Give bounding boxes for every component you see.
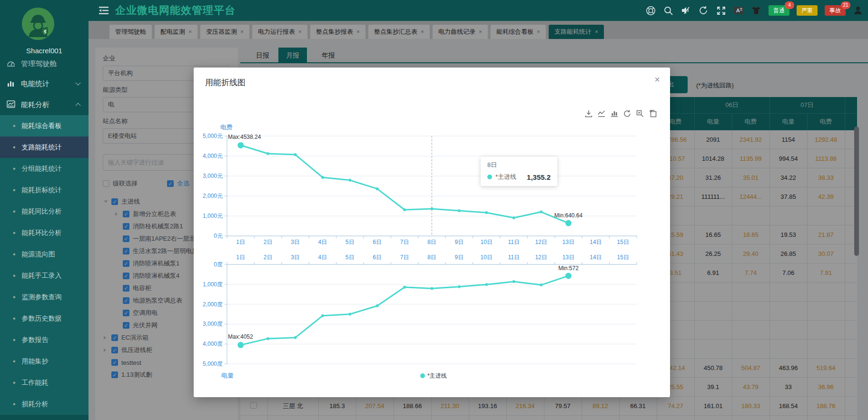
sidebar-item-0[interactable]: •能耗综合看板 <box>0 115 89 137</box>
svg-text:13日: 13日 <box>562 239 574 245</box>
bullet-icon: • <box>13 400 16 409</box>
svg-text:9日: 9日 <box>455 254 464 261</box>
chevron-up-icon <box>75 103 80 108</box>
sidebar-item-9[interactable]: •参数历史数据 <box>0 308 89 329</box>
bullet-icon: • <box>13 336 16 344</box>
translate-icon[interactable]: A 文 <box>733 5 744 16</box>
collapse-menu-icon[interactable] <box>99 6 108 15</box>
bullet-icon: • <box>13 229 16 237</box>
series-dot-icon <box>487 175 492 179</box>
bullet-icon: • <box>13 272 16 280</box>
restore-icon[interactable] <box>623 109 631 118</box>
svg-text:2日: 2日 <box>264 254 273 261</box>
alarm-badge-2[interactable]: 事故21 <box>825 5 846 16</box>
download-icon[interactable] <box>584 109 593 118</box>
svg-text:3日: 3日 <box>291 239 300 245</box>
refresh-icon[interactable] <box>698 5 709 16</box>
bullet-icon: • <box>13 165 16 173</box>
search-icon[interactable] <box>663 5 673 16</box>
svg-text:5日: 5日 <box>345 239 355 245</box>
sidebar-item-8[interactable]: •监测参数查询 <box>0 286 89 308</box>
alarm-badge-0[interactable]: 普通4 <box>769 5 789 16</box>
energy-line-chart-dialog: 用能折线图 × 电费5,000元4,000元3,000元2,000元1,000元… <box>194 68 670 397</box>
sidebar-item-2[interactable]: •分组能耗统计 <box>0 158 89 179</box>
user-icon[interactable] <box>853 5 863 16</box>
sidebar-item-3[interactable]: •能耗折标统计 <box>0 179 89 201</box>
sidebar-group-0[interactable]: 电能统计 <box>0 73 89 94</box>
fullscreen-icon[interactable] <box>716 5 726 16</box>
svg-text:4日: 4日 <box>318 254 327 261</box>
svg-text:6日: 6日 <box>373 254 382 261</box>
chart-toolbar <box>584 109 657 118</box>
svg-text:3日: 3日 <box>291 254 300 261</box>
sidebar-item-13[interactable]: •损耗分析 <box>0 393 89 415</box>
avatar[interactable] <box>22 8 54 40</box>
svg-text:2日: 2日 <box>264 239 273 245</box>
worker-avatar-icon <box>22 8 54 40</box>
sidebar-item-label: 损耗分析 <box>22 400 49 409</box>
sidebar: Shacrel001 管理驾驶舱 电能统计能耗分析•能耗综合看板•支路能耗统计•… <box>0 0 89 420</box>
svg-text:2,000度: 2,000度 <box>203 301 223 308</box>
svg-text:12日: 12日 <box>535 254 547 261</box>
svg-text:1日: 1日 <box>236 239 245 245</box>
svg-text:1,000元: 1,000元 <box>203 213 223 219</box>
sidebar-item-1[interactable]: •支路能耗统计 <box>0 137 89 158</box>
svg-text:7日: 7日 <box>400 239 409 245</box>
sidebar-item-label: 能耗综合看板 <box>22 122 62 130</box>
app-root: Shacrel001 管理驾驶舱 电能统计能耗分析•能耗综合看板•支路能耗统计•… <box>0 0 868 420</box>
alarm-badge-1[interactable]: 严重 <box>797 5 818 16</box>
trend-chart-icon <box>7 100 15 110</box>
mute-icon[interactable] <box>681 5 691 16</box>
chart-tooltip: 8日 *主进线 1,355.2 <box>481 156 557 186</box>
svg-text:电费: 电费 <box>220 124 233 131</box>
svg-text:1,000度: 1,000度 <box>203 281 223 288</box>
svg-text:电量: 电量 <box>221 372 234 379</box>
sidebar-item-label: 参数历史数据 <box>22 314 62 323</box>
svg-text:10日: 10日 <box>481 239 493 245</box>
svg-text:13日: 13日 <box>562 254 574 261</box>
sidebar-item-partial[interactable]: 管理驾驶舱 <box>0 60 89 69</box>
sidebar-item-label: 参数报告 <box>22 336 49 344</box>
bullet-icon: • <box>13 293 16 302</box>
username: Shacrel001 <box>0 47 89 55</box>
svg-text:7日: 7日 <box>400 254 409 261</box>
svg-text:3,000度: 3,000度 <box>203 321 223 327</box>
bullet-icon: • <box>13 250 16 259</box>
sidebar-item-11[interactable]: •用能集抄 <box>0 351 89 372</box>
sidebar-group-label: 电能统计 <box>21 79 49 88</box>
sidebar-item-12[interactable]: •工作能耗 <box>0 372 89 393</box>
bullet-icon: • <box>13 314 16 323</box>
line-view-icon[interactable] <box>597 109 606 118</box>
svg-text:14日: 14日 <box>590 254 602 261</box>
svg-text:Min:640.64: Min:640.64 <box>554 212 583 219</box>
sidebar-item-label: 能耗同比分析 <box>22 207 62 216</box>
svg-text:0度: 0度 <box>214 261 223 268</box>
sidebar-item-7[interactable]: •能耗手工录入 <box>0 265 89 286</box>
svg-text:9日: 9日 <box>455 239 464 245</box>
svg-text:5,000度: 5,000度 <box>203 361 223 367</box>
sidebar-item-10[interactable]: •参数报告 <box>0 329 89 351</box>
bar-view-icon[interactable] <box>610 109 619 118</box>
svg-text:0元: 0元 <box>214 233 223 239</box>
sidebar-group-1[interactable]: 能耗分析 <box>0 94 89 115</box>
sidebar-item-4[interactable]: •能耗同比分析 <box>0 201 89 222</box>
help-ring-icon[interactable] <box>645 5 656 16</box>
svg-text:6日: 6日 <box>373 239 382 245</box>
zoom-icon[interactable] <box>636 109 644 118</box>
svg-text:11日: 11日 <box>508 239 519 245</box>
theme-shirt-icon[interactable] <box>751 5 761 16</box>
sidebar-item-5[interactable]: •能耗环比分析 <box>0 222 89 244</box>
svg-text:3,000元: 3,000元 <box>203 173 223 179</box>
zoom-back-icon[interactable] <box>649 109 657 118</box>
sidebar-item-label: 支路能耗统计 <box>22 143 62 152</box>
sidebar-group-label: 能耗分析 <box>21 100 49 109</box>
sidebar-item-6[interactable]: •能源流向图 <box>0 244 89 265</box>
svg-text:4,000度: 4,000度 <box>203 341 223 347</box>
topbar: 企业微电网能效管理平台 <box>89 0 868 21</box>
badge-count: 4 <box>785 1 794 9</box>
page-title: 企业微电网能效管理平台 <box>115 3 236 18</box>
svg-text:Min:572: Min:572 <box>558 265 579 272</box>
svg-text:11日: 11日 <box>508 254 519 261</box>
bullet-icon: • <box>13 186 16 195</box>
svg-text:1日: 1日 <box>236 254 245 261</box>
